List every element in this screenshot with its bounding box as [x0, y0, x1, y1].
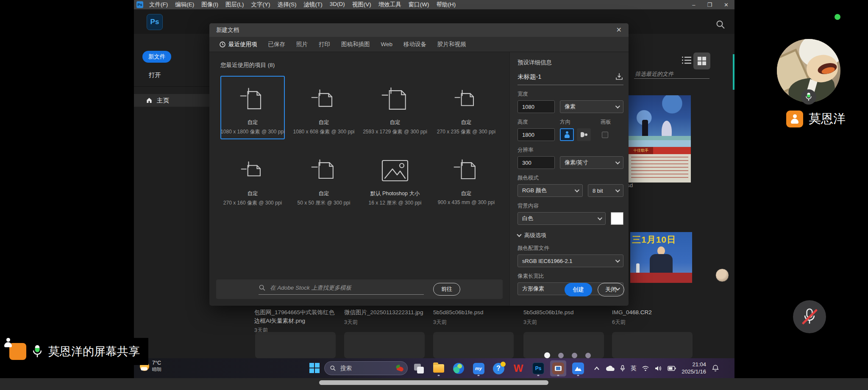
- recent-file-item[interactable]: 5b5d85c06b1fe.psd 3天前: [523, 308, 608, 326]
- menu-plugins[interactable]: 增效工具: [378, 1, 401, 8]
- sidebar-item-home[interactable]: 主页: [134, 94, 209, 107]
- background-color-swatch[interactable]: [611, 212, 623, 225]
- taskbar-app-wps[interactable]: W: [510, 360, 526, 376]
- tab-art-illustration[interactable]: 图稿和插图: [341, 37, 370, 52]
- start-button[interactable]: [309, 362, 320, 373]
- maximize-button[interactable]: ❐: [707, 2, 712, 8]
- close-window-button[interactable]: ✕: [724, 2, 729, 8]
- preset-tile[interactable]: 自定 270 x 160 像素 @ 300 ppi: [220, 147, 285, 210]
- preset-tile-default-photoshop[interactable]: 默认 Photoshop 大小 16 x 12 厘米 @ 300 ppi: [363, 147, 427, 210]
- resolution-input[interactable]: [517, 156, 555, 169]
- taskbar-search-box[interactable]: [324, 361, 408, 375]
- tab-film-video[interactable]: 胶片和视频: [437, 37, 466, 52]
- file-thumbnail-placeholder[interactable]: [255, 332, 336, 358]
- dialog-title-bar[interactable]: 新建文档 ✕: [209, 23, 629, 37]
- tray-expand-chevron-icon[interactable]: [594, 366, 600, 371]
- menu-3d[interactable]: 3D(D): [330, 1, 345, 8]
- taskbar-overflow-dots[interactable]: [544, 352, 591, 358]
- minimize-button[interactable]: –: [692, 2, 695, 8]
- menu-select[interactable]: 选择(S): [278, 1, 297, 8]
- menu-file[interactable]: 文件(F): [149, 1, 168, 8]
- menu-help[interactable]: 帮助(H): [436, 1, 456, 8]
- taskbar-app-meeting-active[interactable]: [550, 360, 566, 376]
- stock-search-field[interactable]: 在 Adobe Stock 上查找更多模板: [259, 284, 424, 295]
- orientation-landscape-button[interactable]: [577, 128, 591, 141]
- stock-go-button[interactable]: 前往: [433, 283, 460, 296]
- tray-microphone-icon[interactable]: [620, 365, 625, 372]
- bit-depth-dropdown[interactable]: 8 bit: [588, 184, 623, 197]
- filter-recent-files-input[interactable]: [634, 69, 709, 79]
- menu-layer[interactable]: 图层(L): [225, 1, 244, 8]
- close-button[interactable]: 关闭: [598, 283, 624, 296]
- speaker-icon[interactable]: [655, 365, 662, 371]
- battery-icon[interactable]: [668, 366, 676, 371]
- microphone-mute-button[interactable]: [793, 300, 826, 333]
- color-profile-dropdown[interactable]: sRGB IEC61966-2.1: [517, 254, 623, 267]
- taskbar-app-file-explorer[interactable]: [431, 360, 447, 376]
- taskbar-app-mountain[interactable]: [570, 360, 586, 376]
- menu-image[interactable]: 图像(I): [201, 1, 218, 8]
- document-name-field[interactable]: 未标题-1: [517, 73, 615, 81]
- notifications-bell-icon[interactable]: [712, 365, 719, 372]
- preset-tile[interactable]: 自定 2593 x 1729 像素 @ 300 ppi: [363, 76, 427, 139]
- menu-view[interactable]: 视图(V): [352, 1, 371, 8]
- grid-view-button[interactable]: [693, 53, 710, 69]
- file-thumbnail-placeholder[interactable]: [433, 332, 514, 358]
- preset-tile-selected[interactable]: 自定 1080 x 1800 像素 @ 300 ppi: [220, 76, 285, 139]
- preset-tile[interactable]: 自定 50 x 50 厘米 @ 300 ppi: [292, 147, 356, 210]
- file-thumbnail-placeholder[interactable]: [612, 332, 693, 358]
- participant-mic-indicator[interactable]: [801, 89, 816, 105]
- recent-file-item[interactable]: 包图网_17964665中式装饰红色边框AI矢量素材.png 3天前: [254, 308, 339, 334]
- file-thumbnail-placeholder[interactable]: [344, 332, 425, 358]
- preset-tile[interactable]: 自定 900 x 435 mm @ 300 ppi: [434, 147, 498, 210]
- wifi-icon[interactable]: [642, 365, 649, 371]
- tab-print[interactable]: 打印: [319, 37, 330, 52]
- save-preset-icon[interactable]: [615, 72, 623, 81]
- advanced-options-toggle[interactable]: 高级选项: [517, 232, 623, 239]
- taskbar-app-my[interactable]: my: [470, 360, 487, 376]
- tab-mobile[interactable]: 移动设备: [403, 37, 426, 52]
- taskbar-search-input[interactable]: [339, 365, 392, 372]
- recent-file-item[interactable]: 5b5d85c06b1fe.psd 3天前: [433, 308, 518, 326]
- menu-window[interactable]: 窗口(W): [409, 1, 429, 8]
- menu-edit[interactable]: 编辑(E): [175, 1, 194, 8]
- tab-photo[interactable]: 照片: [296, 37, 308, 52]
- artboard-checkbox[interactable]: [602, 132, 608, 138]
- taskbar-app-edge[interactable]: [451, 360, 467, 376]
- participant-bubble[interactable]: [715, 268, 729, 282]
- taskbar-clock[interactable]: 21:04 2025/1/16: [682, 361, 706, 376]
- tab-web[interactable]: Web: [381, 37, 393, 52]
- recent-file-thumbnail-stage[interactable]: 十佳歌手: [629, 95, 691, 183]
- recent-file-item[interactable]: 微信图片_20250113222311.jpg 3天前: [344, 308, 429, 326]
- sidebar-divider: [134, 86, 209, 87]
- preset-tile[interactable]: 自定 270 x 235 像素 @ 300 ppi: [434, 76, 498, 139]
- orientation-portrait-button[interactable]: [560, 128, 574, 141]
- dialog-close-button[interactable]: ✕: [616, 27, 622, 33]
- width-unit-dropdown[interactable]: 像素: [560, 100, 623, 113]
- document-preset-icon: [451, 153, 481, 189]
- open-button[interactable]: 打开: [149, 71, 161, 79]
- input-language-indicator[interactable]: 英: [631, 365, 637, 372]
- width-input[interactable]: [517, 100, 555, 113]
- color-mode-dropdown[interactable]: RGB 颜色: [517, 184, 583, 197]
- height-input[interactable]: [517, 128, 555, 141]
- taskbar-app-help[interactable]: ?: [490, 360, 506, 376]
- background-dropdown[interactable]: 白色: [517, 212, 606, 225]
- onedrive-cloud-icon[interactable]: [605, 365, 615, 371]
- resolution-unit-dropdown[interactable]: 像素/英寸: [560, 156, 623, 169]
- tab-saved[interactable]: 已保存: [268, 37, 286, 52]
- tab-recent[interactable]: 最近使用项: [220, 37, 257, 52]
- preset-tile[interactable]: 自定 1080 x 608 像素 @ 300 ppi: [292, 76, 356, 139]
- horizontal-scrollbar[interactable]: [319, 380, 548, 385]
- new-file-button[interactable]: 新文件: [142, 51, 171, 63]
- menu-type[interactable]: 文字(Y): [251, 1, 270, 8]
- search-highlight-pepper-icon[interactable]: [395, 364, 405, 373]
- recent-file-thumbnail-conference[interactable]: 三1月10日: [630, 232, 692, 283]
- taskbar-app-widgets[interactable]: [411, 360, 427, 376]
- list-view-icon[interactable]: [682, 56, 692, 64]
- recent-file-item[interactable]: IMG_0468.CR2 6天前: [612, 308, 697, 326]
- create-button[interactable]: 创建: [565, 283, 592, 296]
- menu-filter[interactable]: 滤镜(T): [304, 1, 323, 8]
- search-icon[interactable]: [715, 19, 718, 30]
- taskbar-app-photoshop[interactable]: Ps: [530, 360, 546, 376]
